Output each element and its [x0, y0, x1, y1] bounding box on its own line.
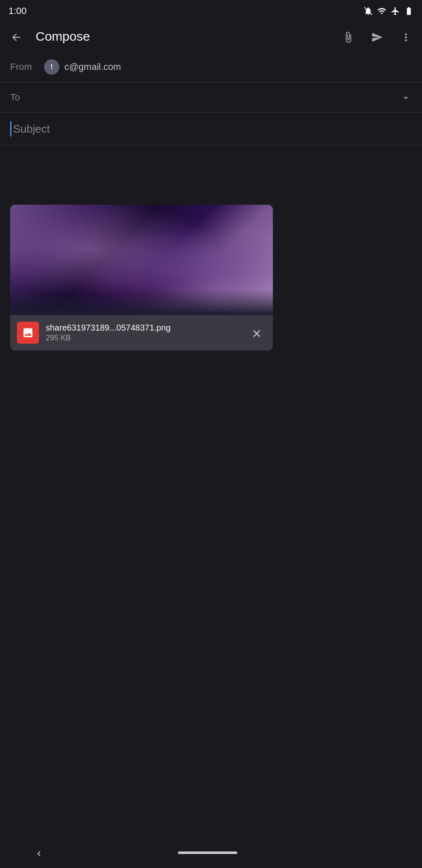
notification-mute-icon [364, 6, 373, 16]
airplane-mode-icon [391, 6, 400, 16]
status-icons [364, 6, 414, 16]
body-area[interactable] [0, 145, 422, 196]
attachment-footer: share631973189...05748371.png 295 KB [10, 315, 273, 351]
system-back-button[interactable] [34, 846, 44, 860]
home-pill[interactable] [178, 851, 237, 854]
attachment-container: share631973189...05748371.png 295 KB [10, 205, 273, 351]
back-button[interactable] [7, 26, 25, 47]
attach-button[interactable] [339, 26, 358, 47]
attachment-size: 295 KB [46, 334, 241, 342]
to-dropdown-icon[interactable] [400, 91, 412, 104]
subject-placeholder: Subject [13, 122, 50, 136]
from-field[interactable]: From t c@gmail.com [0, 52, 422, 82]
from-label: From [10, 61, 44, 72]
attachment-info: share631973189...05748371.png 295 KB [46, 323, 241, 342]
attachment-filename: share631973189...05748371.png [46, 323, 241, 333]
more-options-button[interactable] [397, 26, 415, 47]
bottom-navigation [0, 837, 422, 868]
text-cursor [10, 121, 11, 136]
sender-avatar: t [44, 59, 59, 75]
status-time: 1:00 [8, 6, 27, 17]
attachment-thumbnail [17, 322, 39, 344]
attachment-remove-button[interactable] [247, 323, 266, 342]
to-label: To [10, 92, 44, 103]
page-title: Compose [36, 29, 329, 44]
to-field[interactable]: To [0, 82, 422, 113]
attachment-image-preview [10, 205, 273, 315]
image-icon [22, 327, 34, 339]
app-bar: Compose [0, 21, 422, 52]
wifi-icon [377, 6, 386, 16]
status-bar: 1:00 [0, 0, 422, 21]
send-button[interactable] [368, 26, 386, 47]
battery-icon [404, 6, 414, 16]
sender-email: c@gmail.com [64, 61, 121, 72]
subject-field[interactable]: Subject [0, 113, 422, 145]
